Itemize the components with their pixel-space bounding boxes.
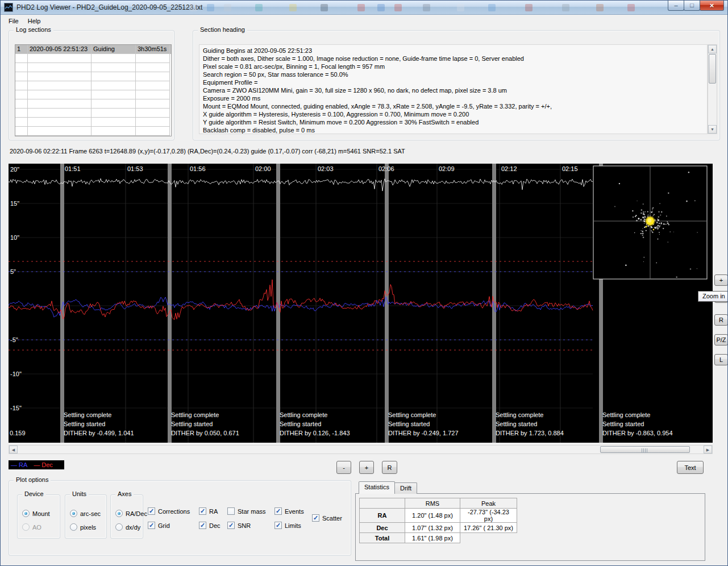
log-section-row-empty[interactable] — [15, 72, 171, 81]
section-heading-line: Y guide algorithm = Resist Switch, Minim… — [203, 118, 704, 126]
log-section-cell — [28, 109, 91, 118]
log-section-row-empty[interactable] — [15, 90, 171, 99]
maximize-button[interactable]: □ — [684, 1, 700, 11]
menu-bar: FileHelp — [1, 15, 727, 27]
checkbox-corrections[interactable]: ✓Corrections — [148, 507, 190, 515]
svg-text:Settling started: Settling started — [496, 421, 537, 427]
checkbox-dec[interactable]: ✓Dec — [199, 522, 221, 529]
log-sections-groupbox: Log sections 12020-09-05 22:51:23Guiding… — [9, 30, 174, 140]
checkbox-grid[interactable]: ✓Grid — [148, 522, 170, 529]
glass-reflection — [357, 4, 365, 11]
section-heading-text: Guiding Begins at 2020-09-05 22:51:23Dit… — [199, 44, 708, 134]
axes-group-label: Axes — [115, 490, 134, 497]
legend: —RA —Dec — [9, 460, 64, 469]
thumb-grip — [642, 448, 648, 453]
log-section-row-empty[interactable] — [15, 54, 171, 63]
checkbox-snr[interactable]: ✓SNR — [227, 522, 251, 529]
scroll-left-button[interactable]: ◀ — [9, 446, 18, 453]
glass-reflection — [457, 4, 464, 11]
section-heading-line: Guiding Begins at 2020-09-05 22:51:23 — [203, 47, 704, 55]
log-section-cell — [91, 72, 136, 81]
radio-arc-sec[interactable]: arc-sec — [70, 510, 101, 517]
log-section-cell — [136, 127, 170, 136]
checkbox-star-mass[interactable]: Star mass — [227, 507, 266, 515]
checkbox-ra[interactable]: ✓RA — [199, 507, 218, 515]
text-button[interactable]: Text — [677, 461, 704, 474]
svg-text:DITHER by 0.050, 0.671: DITHER by 0.050, 0.671 — [171, 430, 239, 436]
tab-statistics[interactable]: Statistics — [359, 481, 395, 494]
axes-group: AxesRA/Decdx/dy — [110, 494, 143, 539]
minimize-button[interactable]: – — [668, 1, 684, 11]
svg-text:Settling started: Settling started — [602, 421, 644, 427]
section-heading-line: Mount = EQMod Mount, connected, guiding … — [203, 102, 704, 110]
checkbox-label: Star mass — [238, 508, 266, 515]
menu-file[interactable]: File — [4, 16, 23, 26]
scroll-down-button[interactable]: ▼ — [708, 125, 717, 134]
close-button[interactable]: × — [700, 1, 724, 11]
section-heading-line: Pixel scale = 0.81 arc-sec/px, Binning =… — [203, 63, 704, 70]
radio-dx-dy[interactable]: dx/dy — [115, 523, 140, 531]
log-section-cell — [15, 54, 28, 63]
log-section-row-empty[interactable] — [15, 109, 171, 118]
phd2-log-viewer-window: PHD2 Log Viewer - PHD2_GuideLog_2020-09-… — [0, 0, 728, 566]
menu-help[interactable]: Help — [23, 16, 45, 26]
scroll-up-button[interactable]: ▲ — [708, 45, 717, 53]
radio-dot — [22, 523, 30, 531]
log-section-row-selected[interactable]: 12020-09-05 22:51:23Guiding3h30m51s — [15, 45, 171, 54]
section-heading-line: X guide algorithm = Hysteresis, Hysteres… — [203, 110, 704, 118]
log-section-cell — [136, 72, 170, 81]
log-section-cell — [28, 99, 91, 109]
scrollbar-thumb[interactable] — [709, 54, 716, 84]
ra-legend-label: RA — [19, 461, 27, 468]
side-button-p-z[interactable]: P/Z — [714, 334, 728, 346]
radio-pixels[interactable]: pixels — [70, 523, 96, 531]
section-heading-scrollbar[interactable]: ▲ ▼ — [708, 44, 717, 134]
guide-chart[interactable]: 20"15"10"5"-5"-10"-15"01:5101:5301:5602:… — [9, 164, 713, 443]
log-section-cell: 3h30m51s — [136, 45, 170, 54]
log-section-row-empty[interactable] — [15, 99, 171, 109]
section-heading-label: Section heading — [198, 26, 247, 33]
checkbox-limits[interactable]: ✓Limits — [274, 522, 301, 529]
plot-button-[interactable]: - — [336, 461, 351, 474]
svg-text:DITHER by -0.499, 1.041: DITHER by -0.499, 1.041 — [64, 430, 134, 436]
checkbox-box: ✓ — [312, 514, 319, 522]
svg-text:Settling complete: Settling complete — [496, 411, 543, 418]
checkbox-events[interactable]: ✓Events — [274, 507, 304, 515]
window-title: PHD2 Log Viewer - PHD2_GuideLog_2020-09-… — [16, 3, 202, 11]
log-section-row-empty[interactable] — [15, 63, 171, 72]
log-section-row-empty[interactable] — [15, 127, 171, 136]
radio-mount[interactable]: Mount — [22, 510, 50, 517]
dec-legend-dash: — — [34, 461, 40, 468]
plot-options-groupbox: Plot options DeviceMountAOUnitsarc-secpi… — [9, 480, 351, 556]
radio-ra-dec[interactable]: RA/Dec — [115, 510, 147, 517]
radio-label: Mount — [32, 510, 50, 517]
units-group-label: Units — [70, 490, 89, 497]
side-button-l[interactable]: L — [714, 354, 728, 365]
h-scrollbar-thumb[interactable] — [600, 446, 690, 453]
plot-button-r[interactable]: R — [382, 461, 397, 474]
log-section-row-empty[interactable] — [15, 118, 171, 127]
device-group: DeviceMountAO — [17, 494, 60, 539]
title-bar[interactable]: PHD2 Log Viewer - PHD2_GuideLog_2020-09-… — [1, 1, 727, 15]
log-section-row-empty[interactable] — [15, 81, 171, 90]
log-section-cell — [136, 99, 170, 109]
log-sections-table[interactable]: 12020-09-05 22:51:23Guiding3h30m51s — [15, 44, 172, 136]
radio-label: AO — [32, 524, 41, 531]
checkbox-scatter[interactable]: ✓Scatter — [312, 514, 342, 522]
checkbox-label: Scatter — [322, 515, 342, 522]
log-section-cell — [136, 90, 170, 99]
svg-text:-5": -5" — [10, 336, 18, 343]
plot-button-[interactable]: + — [359, 461, 374, 474]
glass-reflection — [207, 4, 214, 11]
log-section-cell — [28, 127, 91, 136]
scroll-right-button[interactable]: ▶ — [704, 446, 712, 453]
chart-area[interactable]: 20"15"10"5"-5"-10"-15"01:5101:5301:5602:… — [9, 164, 713, 443]
log-section-cell — [15, 90, 28, 99]
log-section-cell — [91, 118, 136, 127]
side-button-r[interactable]: R — [714, 314, 728, 326]
chart-h-scrollbar[interactable]: ◀ ▶ — [9, 445, 713, 454]
tab-drift[interactable]: Drift — [394, 482, 417, 494]
svg-text:02:06: 02:06 — [378, 165, 394, 172]
side-button-[interactable]: + — [714, 274, 728, 286]
glass-reflection — [394, 4, 402, 11]
